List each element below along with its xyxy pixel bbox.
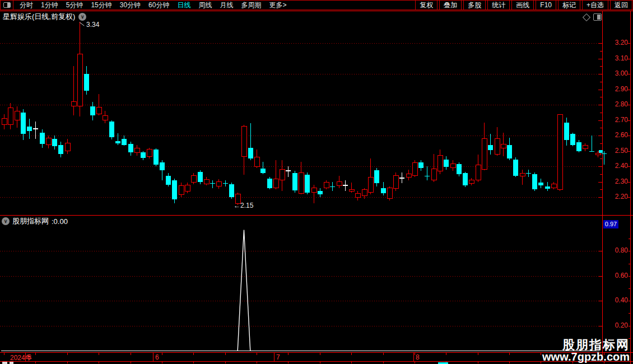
candle-up <box>501 144 506 148</box>
candle-up <box>241 127 246 157</box>
period-tab-1[interactable]: 1分钟 <box>37 1 62 10</box>
period-tab-6[interactable]: 日线 <box>173 1 194 10</box>
candle-down <box>153 150 159 165</box>
candle-down <box>58 145 63 155</box>
candle-down <box>381 188 386 194</box>
candle-up <box>412 162 417 175</box>
top-toolbar: 分时1分钟5分钟15分钟30分钟60分钟日线周线月线多周期更多> 复权叠加多股统… <box>0 0 633 10</box>
indicator-spike <box>238 230 250 351</box>
chevron-down-icon[interactable]: ∨ <box>78 13 86 21</box>
candle-down <box>463 173 468 185</box>
watermark-line2: www.7gpzb.com <box>542 351 630 362</box>
indicator-max-badge: 0.97 <box>603 220 618 228</box>
window-split-icon <box>3 2 11 8</box>
candle-up <box>65 143 70 151</box>
candle-down <box>374 170 379 183</box>
panel-toggle-icon[interactable] <box>593 13 602 21</box>
candle-down <box>444 160 449 167</box>
low-annotation: ←2.15 <box>234 202 253 209</box>
candle-up <box>337 182 342 186</box>
candle-down <box>260 169 266 173</box>
candle-up <box>273 179 278 188</box>
action-button-8[interactable]: 返回 <box>610 1 632 10</box>
candle-up <box>299 172 304 193</box>
candle-down <box>564 123 569 141</box>
period-tab-8[interactable]: 月线 <box>216 1 237 10</box>
price-axis-label: 0.20 <box>603 321 628 329</box>
candle-down <box>545 186 550 189</box>
candle-up <box>134 148 139 152</box>
candle-down <box>330 186 335 187</box>
candle-up <box>437 156 443 171</box>
period-menu: 分时1分钟5分钟15分钟30分钟60分钟日线周线月线多周期更多> <box>16 1 290 10</box>
candle-up <box>324 183 329 188</box>
candle-up <box>46 138 51 144</box>
month-label: 7 <box>276 353 280 361</box>
candle-up <box>469 180 474 184</box>
price-axis-label: 2.90 <box>603 85 628 93</box>
candle-down <box>305 175 310 193</box>
candle-down <box>267 179 272 188</box>
period-tab-7[interactable]: 周线 <box>194 1 216 10</box>
month-label: 8 <box>416 353 420 361</box>
candle-down <box>589 151 594 152</box>
period-tab-10[interactable]: 更多> <box>265 1 290 10</box>
candle-up <box>349 189 354 191</box>
action-button-1[interactable]: 叠加 <box>439 1 462 10</box>
candle-up <box>362 189 367 195</box>
price-axis-label: 3.00 <box>603 69 628 77</box>
candle-up <box>355 193 360 197</box>
price-axis-label: 2.80 <box>603 100 628 108</box>
candle-down <box>532 174 537 190</box>
price-axis-label: 0.80 <box>603 246 628 254</box>
candle-down <box>210 183 215 184</box>
chart-canvas[interactable] <box>0 0 633 364</box>
action-button-6[interactable]: 标记 <box>558 1 580 10</box>
action-button-7[interactable]: +自选 <box>582 1 608 10</box>
period-tab-0[interactable]: 分时 <box>16 1 37 10</box>
window-split-icon-box[interactable] <box>1 1 13 10</box>
candle-down <box>526 173 531 174</box>
candle-up <box>495 139 500 155</box>
chart-title-bar: 星辉娱乐(日线,前复权) ∨ <box>3 12 86 22</box>
candle-up <box>185 185 190 191</box>
candle-up <box>103 115 108 120</box>
candle-up <box>595 153 601 155</box>
period-tab-9[interactable]: 多周期 <box>237 1 265 10</box>
action-button-2[interactable]: 多股 <box>463 1 486 10</box>
candle-up <box>77 54 82 106</box>
candle-down <box>172 180 177 199</box>
period-tab-2[interactable]: 5分钟 <box>62 1 87 10</box>
candle-down <box>109 122 114 137</box>
price-axis-label: 0.40 <box>603 296 628 304</box>
candle-up <box>368 177 373 193</box>
candle-down <box>488 145 493 151</box>
candle-up <box>280 170 285 180</box>
action-button-5[interactable]: F10 <box>536 1 556 10</box>
candle-up <box>393 176 398 189</box>
period-tab-3[interactable]: 15分钟 <box>87 1 115 10</box>
action-button-0[interactable]: 复权 <box>415 1 437 10</box>
candle-down <box>122 139 127 145</box>
price-axis-label: 3.20 <box>603 39 628 46</box>
chevron-down-icon[interactable]: ∨ <box>2 217 10 225</box>
candle-up <box>406 174 411 178</box>
candle-up <box>96 107 101 114</box>
candle-up <box>204 179 209 184</box>
month-label: 5 <box>27 353 31 361</box>
period-tab-4[interactable]: 30分钟 <box>116 1 145 10</box>
candle-down <box>248 148 253 158</box>
price-axis-label: 2.50 <box>603 147 628 155</box>
action-button-3[interactable]: 统计 <box>487 1 510 10</box>
candle-down <box>21 113 26 134</box>
action-button-4[interactable]: 画线 <box>511 1 534 10</box>
current-price-marker <box>599 150 603 153</box>
candle-down <box>166 176 171 185</box>
candle-down <box>538 183 543 186</box>
indicator-header: ∨ 股朋指标网 :0.00 <box>2 216 68 226</box>
period-tab-5[interactable]: 60分钟 <box>145 1 173 10</box>
candle-up <box>8 108 13 125</box>
candle-down <box>507 145 512 159</box>
candle-up <box>583 146 588 149</box>
candle-down <box>128 144 133 152</box>
